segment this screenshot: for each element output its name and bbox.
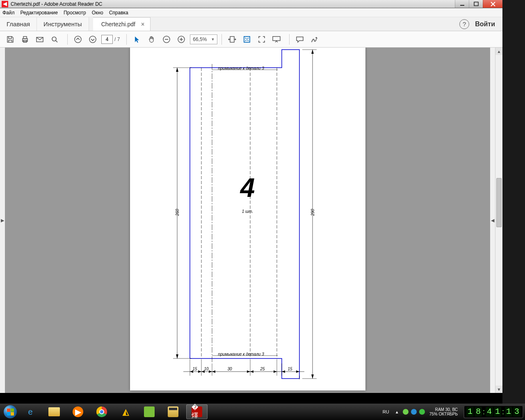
svg-point-6 xyxy=(52,37,56,41)
pdf-page: 4 1 шт. примыкание к детали 3 примыкание… xyxy=(130,48,365,390)
task-adobe-reader[interactable]: �燡 xyxy=(186,404,208,419)
clock-widget[interactable]: 18:41:13 xyxy=(463,405,523,418)
tray-icon-3[interactable] xyxy=(419,409,425,415)
tab-document[interactable]: Chertezhi.pdf × xyxy=(93,17,151,31)
menu-view[interactable]: Просмотр xyxy=(64,10,86,16)
scroll-thumb[interactable] xyxy=(496,178,502,227)
svg-rect-1 xyxy=(474,2,478,6)
tab-home[interactable]: Главная xyxy=(0,17,37,31)
scroll-up-button[interactable]: ▲ xyxy=(495,48,502,55)
menu-bar: Файл Редактирование Просмотр Окно Справк… xyxy=(0,8,502,17)
scroll-down-button[interactable]: ▼ xyxy=(495,386,502,393)
tab-close-button[interactable]: × xyxy=(141,21,144,27)
part-number: 4 xyxy=(130,173,365,203)
zoom-in-icon[interactable] xyxy=(175,33,187,46)
window-title: Chertezhi.pdf - Adobe Acrobat Reader DC xyxy=(11,1,102,7)
svg-rect-3 xyxy=(23,37,27,39)
svg-point-8 xyxy=(89,36,96,43)
dim-d2: 10 xyxy=(204,367,209,371)
sign-icon[interactable] xyxy=(308,33,321,46)
zoom-select[interactable]: 66,5% ▼ xyxy=(190,34,217,44)
tab-row: Главная Инструменты Chertezhi.pdf × ? Во… xyxy=(0,17,502,31)
part-quantity: 1 шт. xyxy=(130,209,365,214)
tray-icon-1[interactable] xyxy=(403,409,409,415)
dim-d3: 30 xyxy=(228,367,232,371)
left-panel-handle[interactable]: ▶ xyxy=(0,48,5,393)
dim-height-left: 260 xyxy=(175,209,180,216)
dim-d5: 15 xyxy=(288,367,292,371)
page-down-icon[interactable] xyxy=(87,33,99,46)
task-ie[interactable]: e xyxy=(20,404,41,419)
mail-icon[interactable] xyxy=(34,33,46,46)
svg-rect-11 xyxy=(230,37,234,42)
tab-document-label: Chertezhi.pdf xyxy=(101,21,135,27)
zoom-value: 66,5% xyxy=(193,37,207,42)
task-chrome[interactable] xyxy=(91,404,112,419)
svg-rect-13 xyxy=(273,37,280,41)
svg-point-7 xyxy=(75,36,81,43)
sysinfo-line1: RAM 30, ВС xyxy=(429,407,458,412)
menu-file[interactable]: Файл xyxy=(2,10,15,16)
vertical-scrollbar[interactable]: ▲ ▼ xyxy=(495,48,502,393)
tray-overflow-icon[interactable]: ▲ xyxy=(393,410,402,414)
task-media[interactable]: ▶ xyxy=(67,404,89,419)
fullscreen-icon[interactable] xyxy=(256,33,268,46)
page-total-label: / 7 xyxy=(114,37,120,42)
menu-edit[interactable]: Редактирование xyxy=(21,10,58,16)
svg-rect-12 xyxy=(244,37,250,42)
selection-tool-icon[interactable] xyxy=(131,33,143,46)
read-mode-icon[interactable] xyxy=(270,33,283,46)
task-aimp[interactable]: ◭ xyxy=(115,404,136,419)
search-icon[interactable] xyxy=(48,33,61,46)
window-minimize-button[interactable] xyxy=(455,0,469,8)
adobe-reader-icon xyxy=(2,1,8,7)
toolbar: 4 / 7 66,5% ▼ xyxy=(0,31,502,48)
svg-rect-0 xyxy=(460,5,464,6)
save-icon[interactable] xyxy=(4,33,16,46)
task-explorer[interactable] xyxy=(43,404,65,419)
system-info: RAM 30, ВС 75% ОКТЯБРЬ xyxy=(426,407,461,416)
fit-width-icon[interactable] xyxy=(226,33,238,46)
login-button[interactable]: Войти xyxy=(475,21,495,28)
window-close-button[interactable] xyxy=(483,0,502,8)
tray-icon-2[interactable] xyxy=(411,409,417,415)
taskbar: e ▶ ◭ �燡 RU ▲ RAM 30, ВС 75% ОКТЯБРЬ 18:… xyxy=(0,404,525,420)
page-up-icon[interactable] xyxy=(72,33,84,46)
window-maximize-button[interactable] xyxy=(469,0,483,8)
menu-window[interactable]: Окно xyxy=(92,10,103,16)
help-button[interactable]: ? xyxy=(459,19,469,29)
right-panel-handle[interactable]: ◀ xyxy=(490,48,495,393)
page-canvas[interactable]: 4 1 шт. примыкание к детали 3 примыкание… xyxy=(5,48,490,393)
menu-help[interactable]: Справка xyxy=(109,10,128,16)
dim-d1: 15 xyxy=(193,367,197,371)
tab-tools[interactable]: Инструменты xyxy=(37,17,89,31)
zoom-out-icon[interactable] xyxy=(160,33,173,46)
comment-icon[interactable] xyxy=(294,33,306,46)
page-number-input[interactable]: 4 xyxy=(101,35,113,44)
start-button[interactable] xyxy=(1,404,20,419)
note-bottom: примыкание к детали 3 xyxy=(218,352,264,356)
note-top: примыкание к детали 3 xyxy=(218,66,264,71)
titlebar: Chertezhi.pdf - Adobe Acrobat Reader DC xyxy=(0,0,502,8)
chevron-down-icon: ▼ xyxy=(211,37,215,41)
task-app2[interactable] xyxy=(162,404,184,419)
language-indicator[interactable]: RU xyxy=(379,409,393,414)
task-app1[interactable] xyxy=(139,404,160,419)
dim-d4: 25 xyxy=(260,367,265,371)
fit-page-icon[interactable] xyxy=(241,33,253,46)
document-area: ▶ xyxy=(0,48,502,393)
hand-tool-icon[interactable] xyxy=(146,33,158,46)
print-icon[interactable] xyxy=(19,33,31,46)
sysinfo-line2: 75% ОКТЯБРЬ xyxy=(429,412,458,416)
dim-height-right: 290 xyxy=(310,209,315,216)
system-tray: RU ▲ xyxy=(379,409,426,415)
